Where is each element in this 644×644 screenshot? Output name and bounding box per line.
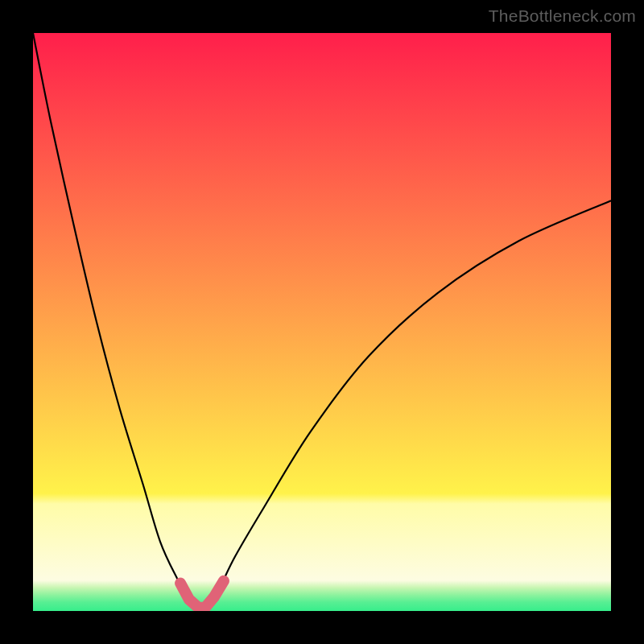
curve-layer [33, 33, 611, 611]
bottleneck-curve [33, 33, 611, 609]
watermark-text: TheBottleneck.com [489, 6, 636, 26]
chart-area [33, 33, 611, 611]
optimal-region [180, 581, 224, 608]
